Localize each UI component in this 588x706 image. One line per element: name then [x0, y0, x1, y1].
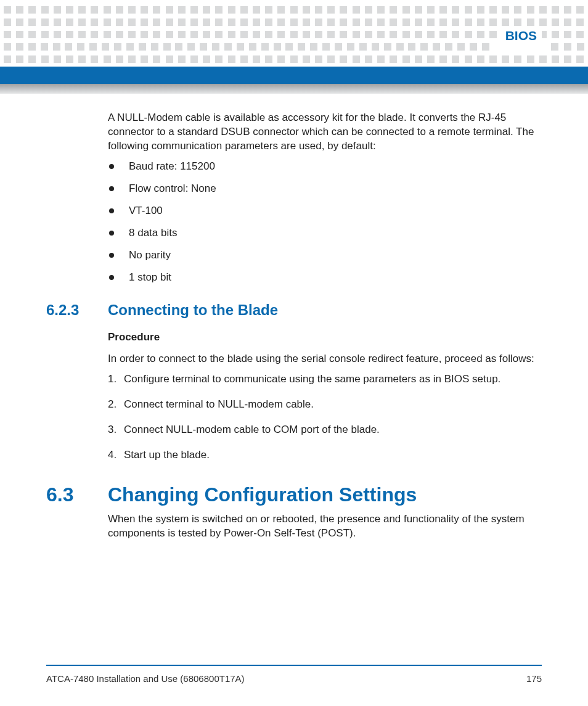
bullet-icon	[109, 275, 114, 280]
page-header-title: BIOS	[500, 28, 542, 43]
procedure-label: Procedure	[108, 331, 542, 343]
page-footer: ATCA-7480 Installation and Use (6806800T…	[46, 665, 542, 684]
list-item: VT-100	[108, 204, 542, 218]
bullet-icon	[109, 231, 114, 236]
heading-number: 6.2.3	[46, 302, 108, 319]
heading-6-2-3: 6.2.3 Connecting to the Blade	[46, 302, 542, 319]
footer-doc-title: ATCA-7480 Installation and Use (6806800T…	[46, 673, 245, 684]
heading-6-3: 6.3 Changing Configuration Settings	[46, 483, 542, 506]
bullet-icon	[109, 208, 114, 213]
footer-rule	[46, 665, 542, 666]
comm-params-list: Baud rate: 115200 Flow control: None VT-…	[108, 160, 542, 285]
list-item: Baud rate: 115200	[108, 160, 542, 173]
step-item: 4.Start up the blade.	[108, 448, 542, 462]
bullet-icon	[109, 164, 114, 169]
list-item: Flow control: None	[108, 182, 542, 195]
list-item: 1 stop bit	[108, 271, 542, 284]
list-item: 8 data bits	[108, 226, 542, 240]
heading-number: 6.3	[46, 483, 108, 506]
bullet-icon	[109, 186, 114, 191]
step-item: 3.Connect NULL-modem cable to COM port o…	[108, 423, 542, 437]
step-item: 1.Configure terminal to communicate usin…	[108, 372, 542, 387]
step-item: 2.Connect terminal to NULL-modem cable.	[108, 398, 542, 412]
procedure-lead: In order to connect to the blade using t…	[108, 352, 542, 366]
heading-text: Changing Configuration Settings	[108, 483, 417, 506]
intro-paragraph: A NULL-Modem cable is available as acces…	[108, 111, 542, 154]
page-content: A NULL-Modem cable is available as acces…	[46, 111, 542, 547]
header-gray-bar	[0, 84, 588, 94]
footer-page-number: 175	[526, 673, 542, 684]
heading-text: Connecting to the Blade	[108, 302, 278, 319]
procedure-steps: 1.Configure terminal to communicate usin…	[108, 372, 542, 462]
section-6-3-paragraph: When the system is switched on or reboot…	[108, 512, 542, 541]
bullet-icon	[109, 253, 114, 258]
header-blue-bar	[0, 67, 588, 84]
list-item: No parity	[108, 248, 542, 262]
